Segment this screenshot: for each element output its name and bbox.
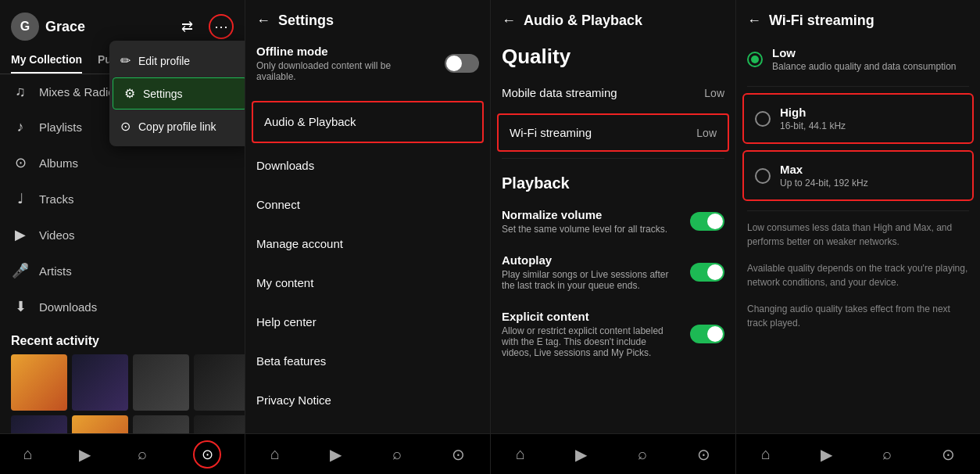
settings-label: Settings <box>143 88 183 100</box>
search-nav-3[interactable]: ⌕ <box>638 445 647 463</box>
dropdown-settings[interactable]: ⚙ Settings <box>113 77 245 110</box>
dropdown-edit-profile[interactable]: ✏ Edit profile <box>109 45 245 76</box>
play-nav[interactable]: ▶ <box>79 445 91 464</box>
radio-max[interactable]: Max Up to 24-bit, 192 kHz <box>744 152 972 199</box>
tab-my-collection[interactable]: My Collection <box>11 47 82 74</box>
explicit-toggle[interactable] <box>690 325 724 343</box>
radio-high-box[interactable]: High 16-bit, 44.1 kHz <box>742 93 974 144</box>
info-text-2: Available quality depends on the track y… <box>736 255 980 296</box>
manage-account-item[interactable]: Manage account <box>245 224 490 264</box>
panel-settings: ← Settings Offline mode Only downloaded … <box>245 0 491 474</box>
wifi-header: ← Wi-Fi streaming <box>736 0 980 35</box>
wifi-streaming-highlighted[interactable]: Wi-Fi streaming Low <box>497 113 729 152</box>
radio-high-circle <box>755 111 771 127</box>
home-nav[interactable]: ⌂ <box>23 445 33 463</box>
link-icon: ⊙ <box>120 119 131 134</box>
back-arrow-wifi[interactable]: ← <box>747 13 761 29</box>
mobile-data-row[interactable]: Mobile data streaming Low <box>491 75 735 110</box>
profile-nav-2[interactable]: ⊙ <box>452 445 465 464</box>
help-center-label: Help center <box>256 315 317 329</box>
play-nav-4[interactable]: ▶ <box>821 445 832 464</box>
radio-low-title: Low <box>772 46 957 59</box>
audio-playback-label: Audio & Playback <box>264 115 356 128</box>
copy-profile-label: Copy profile link <box>138 120 216 133</box>
tracks-label: Tracks <box>39 192 73 206</box>
album-thumb-1[interactable] <box>11 354 67 411</box>
nav-tracks[interactable]: ♩ Tracks <box>0 181 245 217</box>
profile-nav-3[interactable]: ⊙ <box>697 445 710 464</box>
radio-max-box[interactable]: Max Up to 24-bit, 192 kHz <box>742 150 974 201</box>
edit-profile-label: Edit profile <box>138 55 190 67</box>
help-center-item[interactable]: Help center <box>245 303 490 342</box>
album-thumb-4[interactable] <box>194 354 245 411</box>
radio-low-desc: Balance audio quality and data consumpti… <box>772 61 957 72</box>
wifi-streaming-row[interactable]: Wi-Fi streaming Low <box>499 115 728 150</box>
search-nav-4[interactable]: ⌕ <box>882 445 892 463</box>
share-icon[interactable]: ⇄ <box>174 14 199 39</box>
panel-wifi-streaming: ← Wi-Fi streaming Low Balance audio qual… <box>736 0 980 474</box>
normalize-toggle[interactable] <box>690 212 724 231</box>
radio-high[interactable]: High 16-bit, 44.1 kHz <box>744 95 972 142</box>
play-nav-2[interactable]: ▶ <box>330 445 342 464</box>
nav-videos[interactable]: ▶ Videos <box>0 217 245 253</box>
offline-mode-toggle[interactable] <box>445 54 479 73</box>
panel3-bottom-nav: ⌂ ▶ ⌕ ⊙ <box>491 433 735 474</box>
more-options-icon[interactable]: ⋯ <box>209 14 234 39</box>
radio-high-desc: 16-bit, 44.1 kHz <box>780 120 846 131</box>
album-thumb-2[interactable] <box>72 354 128 411</box>
divider-3 <box>747 86 969 87</box>
home-nav-2[interactable]: ⌂ <box>270 445 280 463</box>
profile-nav[interactable]: ⊙ <box>193 440 221 469</box>
explicit-desc: Allow or restrict explicit content label… <box>502 325 674 358</box>
avatar[interactable]: G <box>11 13 39 41</box>
recent-activity-label: Recent activity <box>0 325 245 354</box>
videos-icon: ▶ <box>11 226 30 243</box>
beta-features-label: Beta features <box>256 354 326 368</box>
radio-high-title: High <box>780 106 846 119</box>
connect-item[interactable]: Connect <box>245 185 490 224</box>
my-content-label: My content <box>256 276 313 289</box>
home-nav-3[interactable]: ⌂ <box>516 445 525 463</box>
profile-nav-4[interactable]: ⊙ <box>942 445 955 464</box>
wifi-title: Wi-Fi streaming <box>769 13 874 29</box>
back-arrow-settings[interactable]: ← <box>256 13 270 29</box>
downloads-item[interactable]: Downloads <box>245 146 490 185</box>
normalize-title: Normalize volume <box>502 208 667 221</box>
home-nav-4[interactable]: ⌂ <box>761 445 771 463</box>
search-nav[interactable]: ⌕ <box>138 445 147 463</box>
nav-artists[interactable]: 🎤 Artists <box>0 253 245 289</box>
autoplay-toggle[interactable] <box>690 263 724 282</box>
album-thumb-3[interactable] <box>133 354 189 411</box>
autoplay-title: Autoplay <box>502 253 674 267</box>
privacy-notice-item[interactable]: Privacy Notice <box>245 381 490 420</box>
play-nav-3[interactable]: ▶ <box>575 445 587 464</box>
autoplay-desc: Play similar songs or Live sessions afte… <box>502 269 674 291</box>
downloads-icon: ⬇ <box>11 298 30 315</box>
dropdown-copy-profile[interactable]: ⊙ Copy profile link <box>109 111 245 142</box>
info-text-3: Changing audio quality takes effect from… <box>736 296 980 336</box>
panel2-bottom-nav: ⌂ ▶ ⌕ ⊙ <box>245 433 490 474</box>
audio-playback-item[interactable]: Audio & Playback <box>253 102 482 142</box>
playlists-label: Playlists <box>39 120 82 134</box>
quality-title: Quality <box>491 35 735 75</box>
search-nav-2[interactable]: ⌕ <box>392 445 402 463</box>
back-arrow-audio[interactable]: ← <box>502 13 516 29</box>
header-icons: ⇄ ⋯ <box>174 14 234 39</box>
audio-playback-header: ← Audio & Playback <box>491 0 735 35</box>
divider-2 <box>502 158 724 159</box>
radio-low-circle <box>747 52 763 67</box>
info-text-1: Low consumes less data than High and Max… <box>736 214 980 255</box>
panel-audio-playback: ← Audio & Playback Quality Mobile data s… <box>491 0 736 474</box>
albums-icon: ⊙ <box>11 154 30 171</box>
offline-mode-desc: Only downloaded content will be availabl… <box>256 60 428 82</box>
nav-downloads[interactable]: ⬇ Downloads <box>0 289 245 325</box>
panel4-bottom-nav: ⌂ ▶ ⌕ ⊙ <box>736 433 980 474</box>
downloads-label: Downloads <box>256 159 314 172</box>
wifi-streaming-label: Wi-Fi streaming <box>510 126 592 139</box>
radio-low[interactable]: Low Balance audio quality and data consu… <box>736 35 980 83</box>
my-content-item[interactable]: My content <box>245 264 490 303</box>
nav-albums[interactable]: ⊙ Albums <box>0 145 245 181</box>
beta-features-item[interactable]: Beta features <box>245 342 490 381</box>
audio-playback-highlighted[interactable]: Audio & Playback <box>252 101 484 143</box>
radio-max-title: Max <box>780 163 868 176</box>
